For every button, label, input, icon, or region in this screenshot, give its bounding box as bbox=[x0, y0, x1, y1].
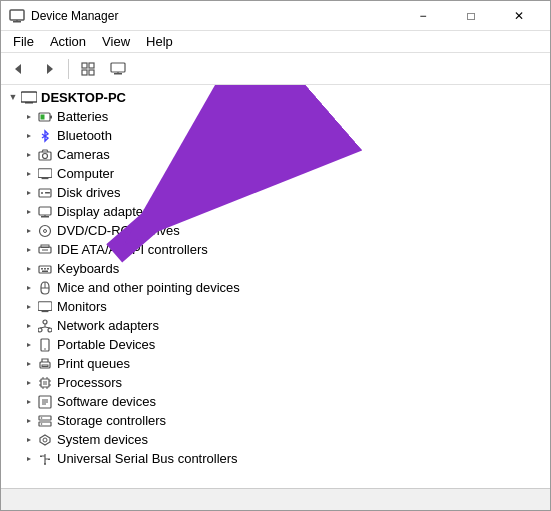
tree-item[interactable]: Print queues bbox=[1, 354, 550, 373]
svg-rect-49 bbox=[42, 270, 48, 272]
tree-item[interactable]: Mice and other pointing devices bbox=[1, 278, 550, 297]
expand-arrow[interactable] bbox=[21, 449, 37, 468]
toolbar bbox=[1, 53, 550, 85]
window-icon bbox=[9, 8, 25, 24]
tree-item[interactable]: Display adapters bbox=[1, 202, 550, 221]
svg-marker-25 bbox=[27, 172, 31, 176]
svg-rect-12 bbox=[21, 92, 37, 102]
menu-action[interactable]: Action bbox=[42, 32, 94, 51]
menu-view[interactable]: View bbox=[94, 32, 138, 51]
device-icon bbox=[37, 432, 53, 448]
device-label: Monitors bbox=[57, 299, 107, 314]
svg-rect-9 bbox=[111, 63, 125, 72]
svg-point-99 bbox=[44, 463, 46, 465]
menu-file[interactable]: File bbox=[5, 32, 42, 51]
device-icon bbox=[37, 280, 53, 296]
root-expand-arrow[interactable]: ▼ bbox=[5, 88, 21, 107]
expand-arrow[interactable] bbox=[21, 259, 37, 278]
tree-item[interactable]: Storage controllers bbox=[1, 411, 550, 430]
tree-item[interactable]: Universal Serial Bus controllers bbox=[1, 449, 550, 468]
tree-item[interactable]: Monitors bbox=[1, 297, 550, 316]
expand-arrow[interactable] bbox=[21, 411, 37, 430]
tree-item[interactable]: Cameras bbox=[1, 145, 550, 164]
tree-item[interactable]: Bluetooth bbox=[1, 126, 550, 145]
expand-arrow[interactable] bbox=[21, 183, 37, 202]
minimize-button[interactable]: − bbox=[400, 1, 446, 31]
expand-arrow[interactable] bbox=[21, 126, 37, 145]
svg-rect-32 bbox=[45, 192, 50, 194]
svg-marker-33 bbox=[27, 210, 31, 214]
expand-arrow[interactable] bbox=[21, 335, 37, 354]
svg-marker-50 bbox=[27, 286, 31, 290]
tree-item[interactable]: IDE ATA/ATAPI controllers bbox=[1, 240, 550, 259]
computer-button[interactable] bbox=[104, 56, 132, 82]
menu-help[interactable]: Help bbox=[138, 32, 181, 51]
tree-item[interactable]: Software devices bbox=[1, 392, 550, 411]
expand-arrow[interactable] bbox=[21, 221, 37, 240]
svg-marker-67 bbox=[27, 362, 31, 366]
root-tree-item[interactable]: ▼ DESKTOP-PC bbox=[1, 87, 550, 107]
device-label: Print queues bbox=[57, 356, 130, 371]
tree-item[interactable]: Network adapters bbox=[1, 316, 550, 335]
grid-button[interactable] bbox=[74, 56, 102, 82]
svg-point-60 bbox=[48, 328, 52, 332]
tree-item[interactable]: Keyboards bbox=[1, 259, 550, 278]
close-button[interactable]: ✕ bbox=[496, 1, 542, 31]
device-label: System devices bbox=[57, 432, 148, 447]
svg-point-66 bbox=[44, 348, 46, 350]
device-label: Bluetooth bbox=[57, 128, 112, 143]
tree-item[interactable]: Processors bbox=[1, 373, 550, 392]
svg-marker-91 bbox=[27, 438, 31, 442]
svg-marker-29 bbox=[27, 191, 31, 195]
svg-marker-93 bbox=[27, 457, 31, 461]
svg-point-89 bbox=[41, 417, 43, 419]
expand-arrow[interactable] bbox=[21, 278, 37, 297]
device-label: Batteries bbox=[57, 109, 108, 124]
device-label: Disk drives bbox=[57, 185, 121, 200]
expand-arrow[interactable] bbox=[21, 297, 37, 316]
tree-item[interactable]: Portable Devices bbox=[1, 335, 550, 354]
expand-arrow[interactable] bbox=[21, 145, 37, 164]
tree-item[interactable]: System devices bbox=[1, 430, 550, 449]
device-label: Processors bbox=[57, 375, 122, 390]
forward-button[interactable] bbox=[35, 56, 63, 82]
device-icon bbox=[37, 394, 53, 410]
tree-item[interactable]: Computer bbox=[1, 164, 550, 183]
expand-arrow[interactable] bbox=[21, 373, 37, 392]
expand-arrow[interactable] bbox=[21, 164, 37, 183]
device-icon bbox=[37, 185, 53, 201]
device-label: Display adapters bbox=[57, 204, 154, 219]
maximize-button[interactable]: □ bbox=[448, 1, 494, 31]
content-area: ▼ DESKTOP-PC BatteriesBluetoothCamerasCo… bbox=[1, 85, 550, 488]
expand-arrow[interactable] bbox=[21, 240, 37, 259]
tree-item[interactable]: DVD/CD-ROM drives bbox=[1, 221, 550, 240]
device-label: IDE ATA/ATAPI controllers bbox=[57, 242, 208, 257]
root-icon bbox=[21, 89, 37, 105]
back-button[interactable] bbox=[5, 56, 33, 82]
svg-marker-57 bbox=[27, 324, 31, 328]
tree-item[interactable]: Batteries bbox=[1, 107, 550, 126]
svg-rect-47 bbox=[44, 268, 46, 270]
svg-rect-34 bbox=[39, 207, 51, 215]
svg-point-38 bbox=[40, 225, 51, 236]
expand-arrow[interactable] bbox=[21, 430, 37, 449]
expand-arrow[interactable] bbox=[21, 392, 37, 411]
device-icon bbox=[37, 356, 53, 372]
window-controls: − □ ✕ bbox=[400, 1, 542, 31]
device-label: Keyboards bbox=[57, 261, 119, 276]
expand-arrow[interactable] bbox=[21, 316, 37, 335]
window: Device Manager − □ ✕ File Action View He… bbox=[0, 0, 551, 511]
expand-arrow[interactable] bbox=[21, 354, 37, 373]
tree-item[interactable]: Disk drives bbox=[1, 183, 550, 202]
svg-marker-86 bbox=[27, 419, 31, 423]
svg-rect-26 bbox=[38, 168, 52, 177]
root-label: DESKTOP-PC bbox=[41, 90, 126, 105]
svg-marker-22 bbox=[27, 153, 31, 157]
svg-point-31 bbox=[41, 192, 43, 194]
device-label: DVD/CD-ROM drives bbox=[57, 223, 180, 238]
expand-arrow[interactable] bbox=[21, 202, 37, 221]
expand-arrow[interactable] bbox=[21, 107, 37, 126]
device-icon bbox=[37, 318, 53, 334]
svg-rect-7 bbox=[82, 70, 87, 75]
svg-marker-3 bbox=[15, 64, 21, 74]
